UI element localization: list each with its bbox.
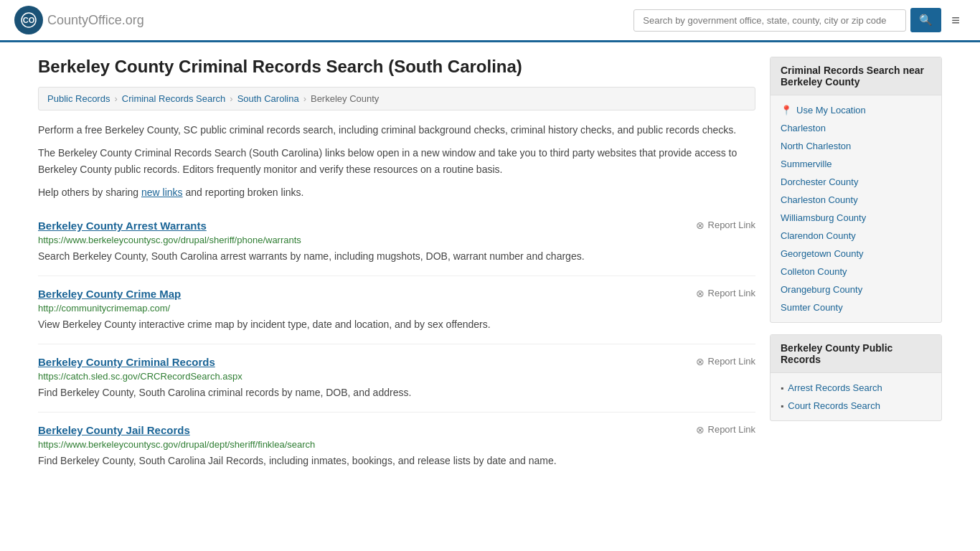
nearby-item[interactable]: Charleston County: [771, 191, 941, 209]
record-item: Berkeley County Jail Records ⊗ Report Li…: [38, 413, 755, 480]
sidebar: Criminal Records Search near Berkeley Co…: [770, 57, 942, 480]
new-links-link[interactable]: new links: [141, 187, 183, 198]
report-icon: ⊗: [696, 424, 705, 435]
logo-icon: CO: [14, 6, 43, 34]
record-item: Berkeley County Arrest Warrants ⊗ Report…: [38, 208, 755, 276]
record-url[interactable]: http://communitycrimemap.com/: [38, 303, 755, 314]
site-header: CO CountyOffice.org 🔍 ≡: [0, 0, 980, 42]
description-3: Help others by sharing new links and rep…: [38, 184, 755, 200]
breadcrumb-sep-2: ›: [230, 93, 232, 104]
nearby-link[interactable]: Summerville: [781, 159, 832, 169]
nearby-header: Criminal Records Search near Berkeley Co…: [771, 57, 941, 95]
public-record-link[interactable]: Court Records Search: [788, 400, 880, 411]
nearby-link[interactable]: Charleston: [781, 123, 826, 133]
report-icon: ⊗: [696, 220, 705, 231]
report-link[interactable]: ⊗ Report Link: [696, 424, 755, 435]
logo-text: CountyOffice.org: [47, 13, 144, 28]
nearby-link[interactable]: Williamsburg County: [781, 212, 866, 223]
record-url[interactable]: https://www.berkeleycountysc.gov/drupal/…: [38, 235, 755, 245]
main-container: Berkeley County Criminal Records Search …: [17, 42, 963, 494]
nearby-link[interactable]: Charleston County: [781, 194, 858, 205]
public-records-header: Berkeley County Public Records: [771, 335, 941, 373]
nearby-item[interactable]: Georgetown County: [771, 245, 941, 263]
record-desc: Find Berkeley County, South Carolina cri…: [38, 385, 755, 400]
record-item: Berkeley County Criminal Records ⊗ Repor…: [38, 344, 755, 413]
use-my-location-item[interactable]: 📍 Use My Location: [771, 101, 941, 119]
nearby-link[interactable]: North Charleston: [781, 141, 851, 151]
hamburger-icon: ≡: [951, 12, 960, 28]
nearby-link[interactable]: Sumter County: [781, 302, 843, 313]
record-desc: View Berkeley County interactive crime m…: [38, 317, 755, 332]
nearby-link[interactable]: Dorchester County: [781, 176, 858, 187]
breadcrumb-public-records[interactable]: Public Records: [47, 93, 110, 104]
nearby-link[interactable]: Clarendon County: [781, 230, 856, 241]
search-input[interactable]: [633, 9, 906, 32]
nearby-item[interactable]: Charleston: [771, 119, 941, 137]
records-list: Berkeley County Arrest Warrants ⊗ Report…: [38, 208, 755, 480]
public-records-section: Berkeley County Public Records ▪ Arrest …: [770, 334, 942, 421]
nearby-section: Criminal Records Search near Berkeley Co…: [770, 57, 942, 323]
record-url[interactable]: https://www.berkeleycountysc.gov/drupal/…: [38, 439, 755, 450]
report-label: Report Link: [708, 220, 755, 230]
nearby-link[interactable]: Colleton County: [781, 266, 847, 277]
nearby-item[interactable]: Clarendon County: [771, 227, 941, 245]
svg-text:CO: CO: [23, 16, 35, 24]
description-2: The Berkeley County Criminal Records Sea…: [38, 145, 755, 177]
report-label: Report Link: [708, 288, 755, 298]
main-content: Berkeley County Criminal Records Search …: [38, 57, 755, 480]
use-my-location-link[interactable]: Use My Location: [796, 105, 866, 116]
nearby-item[interactable]: North Charleston: [771, 137, 941, 155]
nearby-item[interactable]: Colleton County: [771, 263, 941, 281]
logo-area: CO CountyOffice.org: [14, 6, 144, 34]
nearby-link[interactable]: Georgetown County: [781, 248, 864, 259]
nearby-item[interactable]: Sumter County: [771, 298, 941, 316]
pub-record-icon: ▪: [781, 401, 783, 411]
public-record-item[interactable]: ▪ Arrest Records Search: [771, 379, 941, 397]
record-url[interactable]: https://catch.sled.sc.gov/CRCRecordSearc…: [38, 371, 755, 382]
page-title: Berkeley County Criminal Records Search …: [38, 57, 755, 77]
breadcrumb: Public Records › Criminal Records Search…: [38, 87, 755, 110]
public-record-item[interactable]: ▪ Court Records Search: [771, 397, 941, 415]
report-label: Report Link: [708, 356, 755, 367]
record-desc: Find Berkeley County, South Carolina Jai…: [38, 453, 755, 468]
breadcrumb-sep-1: ›: [114, 93, 117, 104]
menu-button[interactable]: ≡: [946, 9, 966, 32]
record-item: Berkeley County Crime Map ⊗ Report Link …: [38, 276, 755, 344]
nearby-item[interactable]: Orangeburg County: [771, 281, 941, 298]
report-link[interactable]: ⊗ Report Link: [696, 220, 755, 231]
breadcrumb-sep-3: ›: [303, 93, 306, 104]
report-link[interactable]: ⊗ Report Link: [696, 288, 755, 299]
record-title[interactable]: Berkeley County Arrest Warrants: [38, 220, 207, 232]
public-records-body: ▪ Arrest Records Search ▪ Court Records …: [771, 373, 941, 420]
nearby-link[interactable]: Orangeburg County: [781, 284, 862, 295]
record-desc: Search Berkeley County, South Carolina a…: [38, 249, 755, 264]
breadcrumb-south-carolina[interactable]: South Carolina: [237, 93, 299, 104]
record-title[interactable]: Berkeley County Criminal Records: [38, 356, 215, 368]
description-1: Perform a free Berkeley County, SC publi…: [38, 122, 755, 138]
report-label: Report Link: [708, 424, 755, 435]
nearby-item[interactable]: Williamsburg County: [771, 209, 941, 227]
report-icon: ⊗: [696, 288, 705, 299]
nearby-body: 📍 Use My Location CharlestonNorth Charle…: [771, 95, 941, 322]
nearby-item[interactable]: Dorchester County: [771, 173, 941, 191]
pub-record-icon: ▪: [781, 383, 783, 393]
record-title[interactable]: Berkeley County Crime Map: [38, 288, 181, 300]
nearby-item[interactable]: Summerville: [771, 155, 941, 173]
record-title[interactable]: Berkeley County Jail Records: [38, 424, 190, 436]
search-area: 🔍 ≡: [633, 8, 966, 32]
report-link[interactable]: ⊗ Report Link: [696, 356, 755, 367]
search-icon: 🔍: [919, 14, 933, 26]
search-button[interactable]: 🔍: [910, 8, 941, 32]
breadcrumb-current: Berkeley County: [311, 93, 379, 104]
public-record-link[interactable]: Arrest Records Search: [788, 382, 882, 393]
breadcrumb-criminal-records-search[interactable]: Criminal Records Search: [122, 93, 226, 104]
location-icon: 📍: [781, 105, 792, 116]
report-icon: ⊗: [696, 356, 705, 367]
